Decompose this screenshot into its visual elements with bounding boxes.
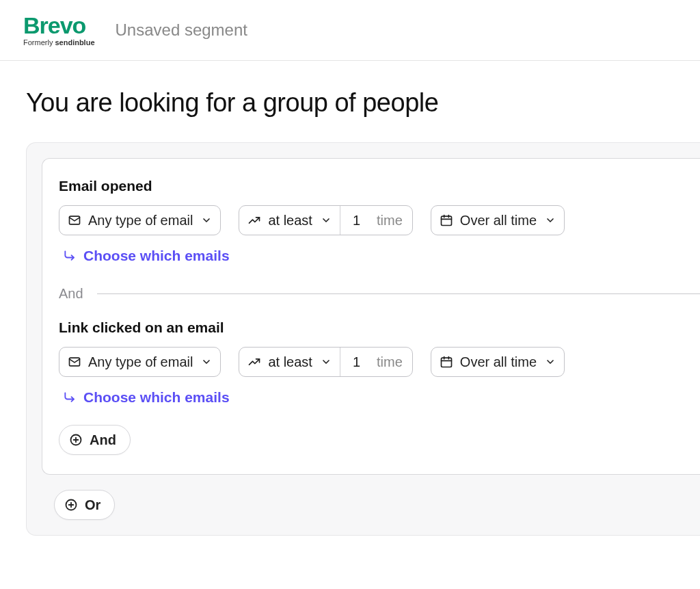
add-and-button[interactable]: And <box>59 425 131 455</box>
count-input[interactable]: 1 <box>340 206 373 235</box>
mail-icon <box>68 355 81 369</box>
choose-emails-link[interactable]: Choose which emails <box>59 389 230 406</box>
sub-arrow-icon <box>63 249 77 263</box>
email-type-select[interactable]: Any type of email <box>59 205 221 235</box>
page-title: You are looking for a group of people <box>26 88 700 118</box>
count-group: at least 1 time <box>239 347 412 377</box>
choose-emails-label: Choose which emails <box>83 389 230 406</box>
trend-icon <box>247 355 261 369</box>
or-button-wrap: Or <box>42 490 700 520</box>
choose-emails-link[interactable]: Choose which emails <box>59 248 230 264</box>
email-type-label: Any type of email <box>88 354 193 370</box>
count-group: at least 1 time <box>239 205 412 235</box>
and-divider: And <box>59 286 700 302</box>
app-header: Brevo Formerly sendinblue Unsaved segmen… <box>0 0 700 61</box>
brand-logo: Brevo Formerly sendinblue <box>23 14 95 47</box>
brand-name: Brevo <box>23 14 95 37</box>
chevron-down-icon <box>545 356 556 367</box>
add-or-label: Or <box>85 497 100 513</box>
timeframe-label: Over all time <box>460 213 537 228</box>
brand-subline-bold: sendinblue <box>55 38 94 47</box>
email-type-select[interactable]: Any type of email <box>59 347 221 377</box>
and-connector-label: And <box>59 286 83 302</box>
sub-arrow-icon <box>63 391 77 404</box>
filter-row: Any type of email at least <box>59 205 700 235</box>
plus-circle-icon <box>64 498 78 512</box>
condition-block: Link clicked on an email Any type of ema… <box>59 319 700 407</box>
count-unit: time <box>373 206 412 235</box>
svg-rect-6 <box>441 358 451 367</box>
and-group-card: Email opened Any type of email <box>42 158 700 475</box>
chevron-down-icon <box>321 356 332 367</box>
add-or-button[interactable]: Or <box>54 490 115 520</box>
timeframe-label: Over all time <box>460 354 537 370</box>
calendar-icon <box>440 213 453 227</box>
segment-builder-outer: Email opened Any type of email <box>26 142 700 536</box>
plus-circle-icon <box>69 433 83 447</box>
filter-row: Any type of email at least <box>59 347 700 377</box>
svg-rect-1 <box>441 216 451 225</box>
comparator-label: at least <box>268 213 312 228</box>
condition-title: Link clicked on an email <box>59 319 700 336</box>
add-and-label: And <box>90 432 116 448</box>
chevron-down-icon <box>321 215 332 226</box>
comparator-label: at least <box>268 354 312 370</box>
timeframe-select[interactable]: Over all time <box>431 205 565 235</box>
brand-subline: Formerly sendinblue <box>23 38 95 47</box>
segment-title[interactable]: Unsaved segment <box>116 21 247 40</box>
chevron-down-icon <box>201 215 212 226</box>
comparator-select[interactable]: at least <box>239 206 339 235</box>
trend-icon <box>247 213 261 227</box>
timeframe-select[interactable]: Over all time <box>431 347 565 377</box>
mail-icon <box>68 213 81 227</box>
condition-block: Email opened Any type of email <box>59 178 700 265</box>
calendar-icon <box>440 355 453 369</box>
content-area: You are looking for a group of people Em… <box>0 61 700 536</box>
condition-title: Email opened <box>59 178 700 194</box>
count-input[interactable]: 1 <box>340 348 373 376</box>
comparator-select[interactable]: at least <box>239 348 339 376</box>
choose-emails-label: Choose which emails <box>83 248 230 264</box>
count-unit: time <box>373 348 412 376</box>
email-type-label: Any type of email <box>88 213 193 228</box>
chevron-down-icon <box>201 356 212 367</box>
divider-line <box>97 293 700 294</box>
chevron-down-icon <box>545 215 556 226</box>
brand-subline-prefix: Formerly <box>23 38 55 47</box>
